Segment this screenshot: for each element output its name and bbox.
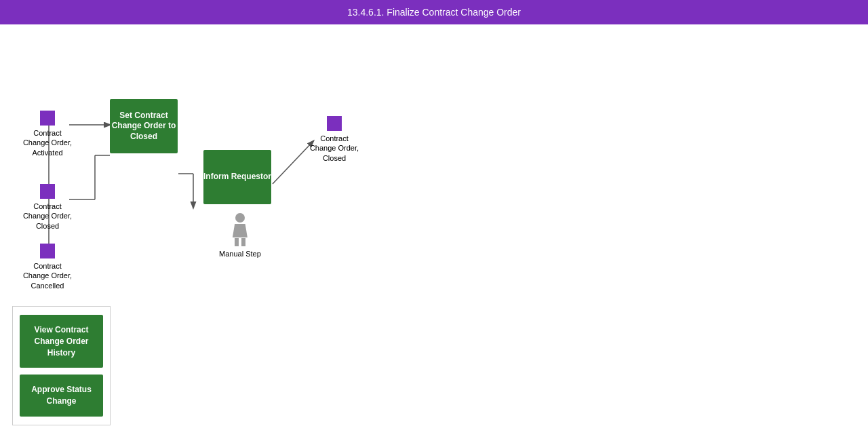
view-history-button[interactable]: View Contract Change Order History [20,315,103,368]
state-cancelled-icon [40,244,55,258]
state-activated-icon [40,111,55,126]
manual-step: Manual Step [219,213,261,258]
proc-inform-requestor[interactable]: Inform Requestor [203,150,271,204]
state-closed-output-label: Contract Change Order, Closed [307,134,361,163]
manual-step-label: Manual Step [219,250,261,258]
figure-legs [235,238,245,246]
state-closed-input: Contract Change Order, Closed [20,184,75,231]
proc-set-closed[interactable]: Set Contract Change Order to Closed [110,99,178,153]
state-cancelled-label: Contract Change Order, Cancelled [20,261,75,290]
proc-inform-requestor-label: Inform Requestor [203,172,271,183]
state-activated: Contract Change Order, Activated [20,111,75,157]
title-bar: 13.4.6.1. Finalize Contract Change Order [0,0,868,24]
state-closed-input-icon [40,184,55,199]
state-closed-input-label: Contract Change Order, Closed [20,202,75,231]
canvas: Contract Change Order, Activated Contrac… [0,24,868,441]
state-cancelled: Contract Change Order, Cancelled [20,244,75,290]
approve-status-button[interactable]: Approve Status Change [20,375,103,417]
figure-leg-left [235,238,239,246]
manual-step-figure [228,213,252,247]
page-title: 13.4.6.1. Finalize Contract Change Order [347,7,521,18]
state-closed-output-icon [327,116,342,131]
state-activated-label: Contract Change Order, Activated [20,128,75,157]
connector-lines [0,24,868,441]
figure-head [235,213,245,223]
figure-leg-right [241,238,245,246]
state-closed-output: Contract Change Order, Closed [307,116,361,163]
figure-body [233,224,248,237]
sidebar-panel: View Contract Change Order History Appro… [12,306,111,425]
proc-set-closed-label: Set Contract Change Order to Closed [110,111,178,142]
